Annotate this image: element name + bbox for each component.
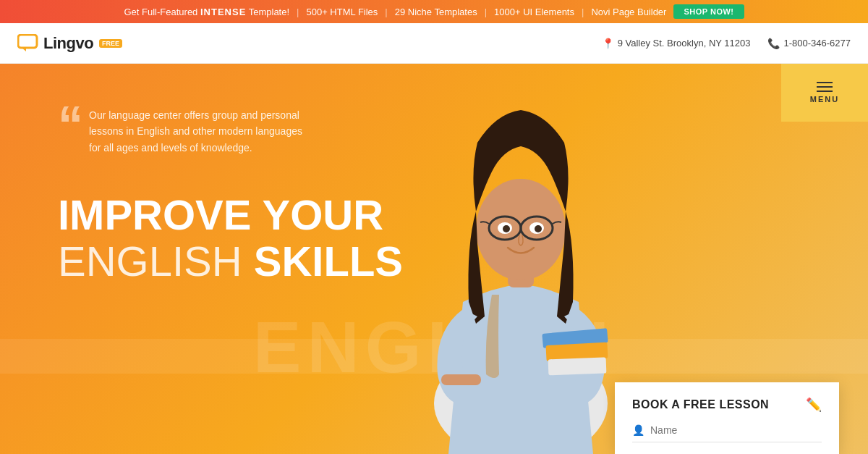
hero-title-line1: IMPROVE YOUR xyxy=(58,192,403,238)
menu-line-3 xyxy=(817,91,833,92)
menu-line-1 xyxy=(817,82,833,83)
logo-name: Lingvo xyxy=(43,34,93,53)
menu-label: MENU xyxy=(810,95,839,104)
phone-text: 1-800-346-6277 xyxy=(783,38,851,49)
header-address: 📍 9 Valley St. Brooklyn, NY 11203 xyxy=(602,38,751,49)
address-text: 9 Valley St. Brooklyn, NY 11203 xyxy=(618,38,751,49)
svg-rect-0 xyxy=(18,35,37,48)
hero-description: Our language center offers group and per… xyxy=(89,107,306,156)
banner-text: Get Full-Featured INTENSE Template! xyxy=(124,7,289,17)
banner-text-after: Template! xyxy=(249,7,289,17)
svg-rect-12 xyxy=(441,374,481,385)
header: Lingvo FREE 📍 9 Valley St. Brooklyn, NY … xyxy=(0,23,868,64)
hero-title-bold-text: SKILLS xyxy=(254,237,403,285)
phone-icon: 📞 xyxy=(767,38,780,49)
logo-icon xyxy=(17,34,39,53)
pin-icon: 📍 xyxy=(602,38,614,49)
banner-intense: INTENSE xyxy=(200,7,246,17)
hero-section: ENGLISH MENU “ Our language center offer… xyxy=(0,64,868,454)
book-free-lesson-box: BOOK A FREE LESSON ✏️ 👤 xyxy=(615,382,839,454)
banner-text-before: Get Full-Featured xyxy=(124,7,197,17)
banner-separator: | xyxy=(297,7,299,17)
header-right: 📍 9 Valley St. Brooklyn, NY 11203 📞 1-80… xyxy=(602,38,851,49)
svg-point-11 xyxy=(535,225,542,232)
book-box-header: BOOK A FREE LESSON ✏️ xyxy=(632,397,822,413)
banner-sep-2: | xyxy=(485,7,487,17)
logo[interactable]: Lingvo FREE xyxy=(17,34,122,53)
pencil-icon: ✏️ xyxy=(806,397,822,413)
menu-line-2 xyxy=(817,86,833,88)
shop-now-button[interactable]: SHOP NOW! xyxy=(673,4,744,19)
person-icon: 👤 xyxy=(632,424,644,436)
hero-title-light: ENGLISH xyxy=(58,237,242,285)
top-banner: Get Full-Featured INTENSE Template! | 50… xyxy=(0,0,868,23)
banner-sep-3: | xyxy=(582,7,584,17)
banner-feature-2: 29 Niche Templates xyxy=(395,7,477,17)
name-input[interactable] xyxy=(650,424,822,436)
menu-button[interactable]: MENU xyxy=(781,64,868,122)
menu-icon xyxy=(817,82,833,92)
name-input-row: 👤 xyxy=(632,424,822,442)
hero-title: IMPROVE YOUR ENGLISH SKILLS xyxy=(58,192,403,285)
logo-free-badge: FREE xyxy=(99,39,122,48)
header-phone[interactable]: 📞 1-800-346-6277 xyxy=(767,38,851,49)
hero-title-line2: ENGLISH SKILLS xyxy=(58,238,403,285)
banner-feature-3: 1000+ UI Elements xyxy=(494,7,574,17)
banner-feature-4: Novi Page Builder xyxy=(591,7,666,17)
svg-rect-15 xyxy=(548,358,607,376)
banner-sep-1: | xyxy=(385,7,387,17)
banner-feature-1: 500+ HTML Files xyxy=(306,7,378,17)
book-box-title: BOOK A FREE LESSON xyxy=(632,398,769,411)
hero-title-bold: SKILLS xyxy=(254,237,403,285)
hero-content: “ Our language center offers group and p… xyxy=(58,107,403,285)
svg-point-10 xyxy=(503,225,510,232)
quote-mark: “ xyxy=(58,107,83,143)
